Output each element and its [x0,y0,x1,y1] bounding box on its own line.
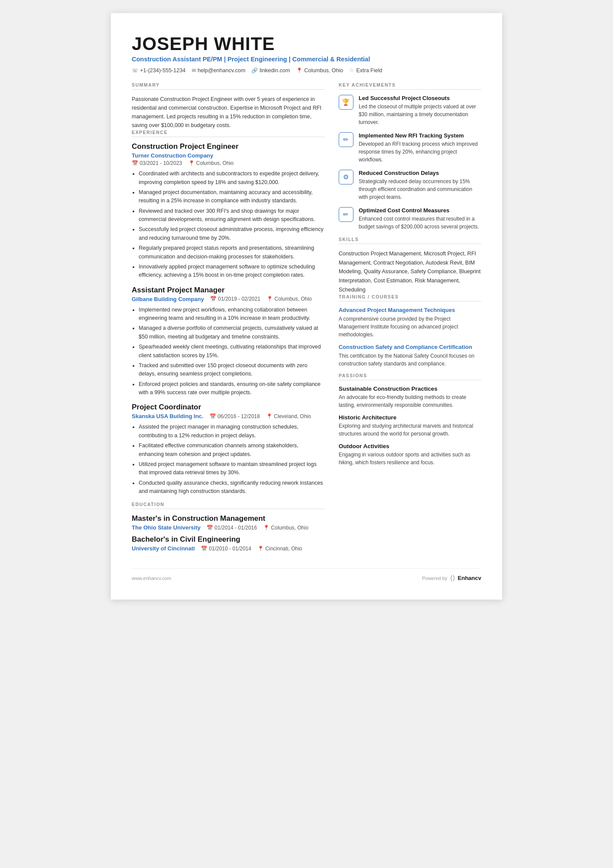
achievement-item: ✏ Optimized Cost Control Measures Enhanc… [339,207,481,231]
pin-icon: 📍 [266,413,273,419]
summary-text: Passionate Construction Project Engineer… [132,95,325,130]
bullet-item: Innovatively applied project management … [139,263,325,280]
footer: www.enhancv.com Powered by ⟨⟩ Enhancv [132,568,481,582]
summary-section: SUMMARY Passionate Construction Project … [132,82,325,130]
company-name: Turner Construction Company [132,152,325,159]
passion-title: Outdoor Activities [339,443,481,449]
experience-label: EXPERIENCE [132,130,325,137]
achievement-icon: ⚙ [339,170,353,184]
link-icon: 🔗 [251,67,258,74]
skills-text: Construction Project Management, Microso… [339,249,481,294]
star-icon: ☆ [349,67,354,74]
bullet-item: Tracked and submitted over 150 project c… [139,362,325,379]
achievement-item: 🏆 Led Successful Project Closeouts Led t… [339,95,481,126]
training-desc: A comprehensive course provided by the P… [339,315,481,338]
training-title: Construction Safety and Compliance Certi… [339,344,481,350]
calendar-icon: 📅 [210,413,216,419]
achievement-desc: Enhanced cost control measures that resu… [359,215,481,231]
bullet-item: Successfully led project closeout admini… [139,225,325,242]
bullet-item: Managed a diverse portfolio of commercia… [139,324,325,341]
achievement-item: ⚙ Reduced Construction Delays Strategica… [339,170,481,201]
edu-meta: University of Cincinnati 📅 01/2010 - 01/… [132,545,325,552]
achievement-desc: Strategically reduced delay occurrences … [359,178,481,201]
job-meta: 📅 03/2021 - 10/2023 📍 Columbus, Ohio [132,160,325,166]
bullet-item: Conducted quality assurance checks, sign… [139,479,325,496]
passion-desc: Exploring and studying architectural mar… [339,422,481,438]
job-item: Construction Project Engineer Turner Con… [132,142,325,280]
job-meta: Skanska USA Building Inc. 📅 06/2016 - 12… [132,413,325,419]
bullet-item: Reviewed and tracked over 300 RFI's and … [139,207,325,224]
job-meta: Gilbane Building Company 📅 01/2019 - 02/… [132,296,325,302]
calendar-icon: 📅 [201,546,207,552]
achievement-icon: 🏆 [339,95,353,110]
training-desc: This certification by the National Safet… [339,352,481,368]
contact-info: ☏ +1-(234)-555-1234 ✉ help@enhancv.com 🔗… [132,67,481,74]
passion-title: Historic Architecture [339,414,481,421]
job-location: 📍 Cleveland, Ohio [266,413,311,419]
job-bullets: Assisted the project manager in managing… [132,423,325,496]
company-name: Gilbane Building Company [132,296,204,302]
achievement-content: Led Successful Project Closeouts Led the… [359,95,481,126]
achievements-section: KEY ACHIEVEMENTS 🏆 Led Successful Projec… [339,82,481,231]
footer-website: www.enhancv.com [132,576,171,581]
achievement-desc: Developed an RFI tracking process which … [359,140,481,164]
achievement-content: Reduced Construction Delays Strategicall… [359,170,481,201]
achievement-desc: Led the closeout of multiple projects va… [359,103,481,126]
bullet-item: Enforced project policies and standards,… [139,380,325,397]
bullet-item: Implemented new project workflows, enhan… [139,306,325,323]
pin-icon: 📍 [263,525,270,531]
achievement-item: ✏ Implemented New RFI Tracking System De… [339,132,481,164]
company-name: Skanska USA Building Inc. [132,413,203,419]
brand-logo-icon: ⟨⟩ [450,574,455,582]
achievement-content: Implemented New RFI Tracking System Deve… [359,132,481,164]
bullet-item: Assisted the project manager in managing… [139,423,325,440]
bullet-item: Managed project documentation, maintaini… [139,188,325,205]
bullet-item: Utilized project management software to … [139,460,325,477]
candidate-name: JOSEPH WHITE [132,34,481,54]
passion-desc: An advocate for eco-friendly building me… [339,393,481,409]
achievement-title: Implemented New RFI Tracking System [359,132,481,139]
bullet-item: Facilitated effective communication chan… [139,442,325,459]
job-title: Project Coordinator [132,403,325,412]
candidate-title: Construction Assistant PE/PM | Project E… [132,56,481,63]
calendar-icon: 📅 [132,160,138,166]
job-dates: 📅 06/2016 - 12/2018 [210,413,260,419]
location-contact: 📍 Columbus, Ohio [296,67,343,74]
passions-label: PASSIONS [339,373,481,380]
school-name: University of Cincinnati [132,545,195,552]
job-title: Assistant Project Manager [132,286,325,295]
achievement-icon: ✏ [339,132,353,147]
training-label: TRAINING / COURSES [339,294,481,302]
header: JOSEPH WHITE Construction Assistant PE/P… [132,34,481,74]
summary-label: SUMMARY [132,82,325,90]
education-section: EDUCATION Master's in Construction Manag… [132,502,325,552]
job-item: Project Coordinator Skanska USA Building… [132,403,325,496]
job-location: 📍 Columbus, Ohio [188,160,233,166]
training-title: Advanced Project Management Techniques [339,307,481,313]
bullet-item: Coordinated with architects and subcontr… [139,170,325,187]
powered-by-text: Powered by [422,576,447,581]
achievement-title: Optimized Cost Control Measures [359,207,481,214]
achievements-label: KEY ACHIEVEMENTS [339,82,481,90]
email-icon: ✉ [192,67,196,74]
training-item: Advanced Project Management Techniques A… [339,307,481,338]
phone-contact: ☏ +1-(234)-555-1234 [132,67,186,74]
training-item: Construction Safety and Compliance Certi… [339,344,481,368]
edu-meta: The Ohio State University 📅 01/2014 - 01… [132,524,325,531]
job-item: Assistant Project Manager Gilbane Buildi… [132,286,325,397]
bullet-item: Regularly prepared project status report… [139,244,325,261]
edu-location: 📍 Columbus, Ohio [263,525,308,531]
skills-section: SKILLS Construction Project Management, … [339,237,481,294]
passion-desc: Engaging in various outdoor sports and a… [339,451,481,466]
resume-page: JOSEPH WHITE Construction Assistant PE/P… [111,13,502,600]
passion-item: Historic Architecture Exploring and stud… [339,414,481,438]
location-icon: 📍 [296,67,303,74]
degree: Bachelor's in Civil Engineering [132,535,325,544]
education-label: EDUCATION [132,502,325,509]
training-section: TRAINING / COURSES Advanced Project Mana… [339,294,481,368]
phone-icon: ☏ [132,67,138,74]
bullet-item: Spearheaded weekly client meetings, cult… [139,343,325,360]
achievement-title: Reduced Construction Delays [359,170,481,176]
school-name: The Ohio State University [132,524,200,531]
brand-name: Enhancv [458,575,481,581]
